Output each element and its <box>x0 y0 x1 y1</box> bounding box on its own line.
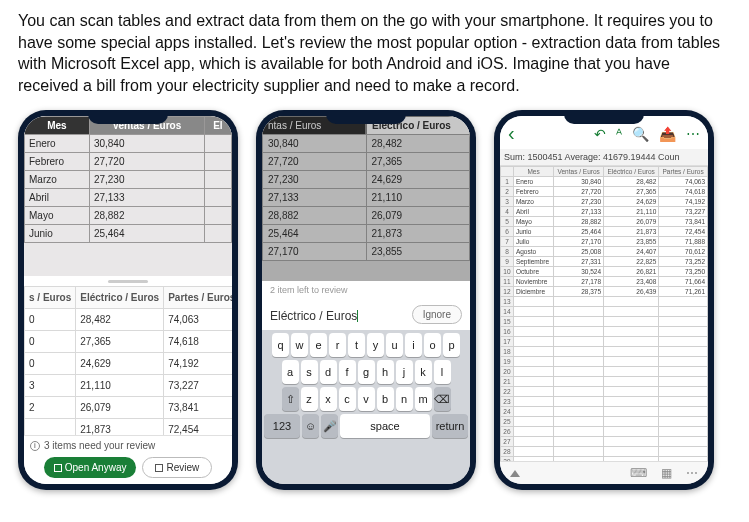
key-o[interactable]: o <box>424 333 441 357</box>
key-l[interactable]: l <box>434 360 451 384</box>
scanned-preview: ntas / Euros Eléctrico / Euros 30,84028,… <box>262 116 470 281</box>
toolbar-icon[interactable]: 🔍 <box>632 126 649 142</box>
key-c[interactable]: c <box>339 387 356 411</box>
keyboard[interactable]: qwertyuiopasdfghjkl⇧zxcvbnm⌫123☺🎤spacere… <box>262 330 470 484</box>
key-🎤[interactable]: 🎤 <box>321 414 338 438</box>
phone-notch <box>88 110 168 124</box>
key-⌫[interactable]: ⌫ <box>434 387 451 411</box>
grid-icon[interactable]: ▦ <box>661 466 672 480</box>
key-p[interactable]: p <box>443 333 460 357</box>
intro-text: You can scan tables and extract data fro… <box>18 10 731 96</box>
key-z[interactable]: z <box>301 387 318 411</box>
key-y[interactable]: y <box>367 333 384 357</box>
key-x[interactable]: x <box>320 387 337 411</box>
phone-row: MesVentas / EurosElEnero30,840Febrero27,… <box>18 110 731 490</box>
key-123[interactable]: 123 <box>264 414 300 438</box>
spreadsheet[interactable]: MesVentas / EurosEléctrico / EurosPartes… <box>500 166 708 461</box>
extracted-grid[interactable]: s / EurosEléctrico / EurosPartes / Euros… <box>24 286 232 435</box>
phone-1: MesVentas / EurosElEnero30,840Febrero27,… <box>18 110 238 490</box>
toolbar-icon[interactable]: ⋯ <box>686 126 700 142</box>
key-a[interactable]: a <box>282 360 299 384</box>
key-return[interactable]: return <box>432 414 468 438</box>
toolbar-icon[interactable]: ᴬ <box>616 126 622 142</box>
key-m[interactable]: m <box>415 387 432 411</box>
key-h[interactable]: h <box>377 360 394 384</box>
items-left-message: 2 item left to review <box>262 281 470 299</box>
key-d[interactable]: d <box>320 360 337 384</box>
edit-field[interactable]: Eléctrico / Euros <box>270 306 358 324</box>
sheet-tab[interactable] <box>510 466 524 480</box>
more-icon[interactable]: ⋯ <box>686 466 698 480</box>
review-button[interactable]: Review <box>142 457 212 478</box>
key-☺[interactable]: ☺ <box>302 414 319 438</box>
phone-3: ‹ ↶ᴬ🔍📤⋯ Sum: 1500451 Average: 41679.1944… <box>494 110 714 490</box>
key-r[interactable]: r <box>329 333 346 357</box>
key-k[interactable]: k <box>415 360 432 384</box>
open-anyway-button[interactable]: Open Anyway <box>44 457 137 478</box>
toolbar-icon[interactable]: ↶ <box>594 126 606 142</box>
key-n[interactable]: n <box>396 387 413 411</box>
key-g[interactable]: g <box>358 360 375 384</box>
key-j[interactable]: j <box>396 360 413 384</box>
key-space[interactable]: space <box>340 414 430 438</box>
key-⇧[interactable]: ⇧ <box>282 387 299 411</box>
key-q[interactable]: q <box>272 333 289 357</box>
back-icon[interactable]: ‹ <box>508 122 515 145</box>
phone-notch <box>326 110 406 124</box>
key-e[interactable]: e <box>310 333 327 357</box>
review-message: i 3 items need your review <box>30 440 226 451</box>
key-b[interactable]: b <box>377 387 394 411</box>
key-t[interactable]: t <box>348 333 365 357</box>
key-w[interactable]: w <box>291 333 308 357</box>
key-v[interactable]: v <box>358 387 375 411</box>
excel-bottom-bar: ⌨ ▦ ⋯ <box>500 461 708 484</box>
drag-handle[interactable] <box>24 276 232 286</box>
keyboard-icon[interactable]: ⌨ <box>630 466 647 480</box>
toolbar-icon[interactable]: 📤 <box>659 126 676 142</box>
key-u[interactable]: u <box>386 333 403 357</box>
phone-2: ntas / Euros Eléctrico / Euros 30,84028,… <box>256 110 476 490</box>
scanned-preview: MesVentas / EurosElEnero30,840Febrero27,… <box>24 116 232 276</box>
ignore-button[interactable]: Ignore <box>412 305 462 324</box>
key-f[interactable]: f <box>339 360 356 384</box>
status-sum-bar: Sum: 1500451 Average: 41679.19444 Coun <box>500 149 708 166</box>
key-s[interactable]: s <box>301 360 318 384</box>
key-i[interactable]: i <box>405 333 422 357</box>
phone-notch <box>564 110 644 124</box>
